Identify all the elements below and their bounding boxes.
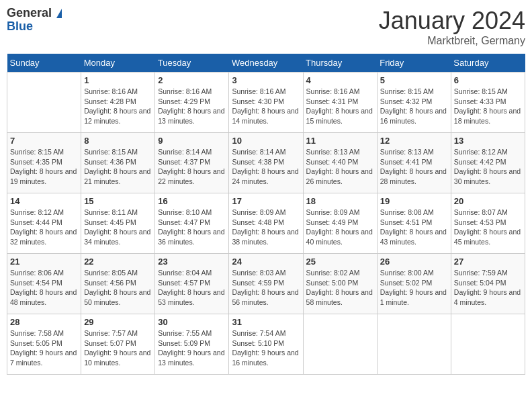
day-number: 15 (84, 196, 152, 206)
week-row-4: 21Sunrise: 8:06 AMSunset: 4:54 PMDayligh… (7, 254, 525, 314)
calendar-table: SundayMondayTuesdayWednesdayThursdayFrid… (7, 54, 525, 375)
calendar-cell: 26Sunrise: 8:00 AMSunset: 5:02 PMDayligh… (377, 254, 451, 314)
weekday-header-sunday: Sunday (7, 54, 81, 73)
logo-icon (56, 9, 62, 18)
calendar-cell (303, 314, 377, 375)
cell-info: Sunrise: 8:08 AMSunset: 4:51 PMDaylight:… (380, 208, 448, 247)
day-number: 13 (454, 136, 522, 146)
day-number: 25 (306, 257, 374, 267)
weekday-header-thursday: Thursday (303, 54, 377, 73)
calendar-cell: 20Sunrise: 8:07 AMSunset: 4:53 PMDayligh… (451, 193, 525, 254)
week-row-3: 14Sunrise: 8:12 AMSunset: 4:44 PMDayligh… (7, 193, 525, 254)
cell-info: Sunrise: 8:16 AMSunset: 4:28 PMDaylight:… (84, 87, 152, 126)
calendar-cell: 14Sunrise: 8:12 AMSunset: 4:44 PMDayligh… (7, 193, 81, 254)
week-row-2: 7Sunrise: 8:15 AMSunset: 4:35 PMDaylight… (7, 133, 525, 193)
week-row-1: 1Sunrise: 8:16 AMSunset: 4:28 PMDaylight… (7, 73, 525, 133)
title-block: January 2024 Marktbreit, Germany (379, 7, 525, 47)
calendar-cell: 4Sunrise: 8:16 AMSunset: 4:31 PMDaylight… (303, 73, 377, 133)
logo-blue-text: Blue (7, 20, 62, 34)
calendar-cell: 29Sunrise: 7:57 AMSunset: 5:07 PMDayligh… (81, 314, 155, 375)
calendar-cell: 7Sunrise: 8:15 AMSunset: 4:35 PMDaylight… (7, 133, 81, 193)
cell-info: Sunrise: 8:07 AMSunset: 4:53 PMDaylight:… (454, 208, 522, 247)
calendar-cell: 30Sunrise: 7:55 AMSunset: 5:09 PMDayligh… (155, 314, 229, 375)
day-number: 2 (158, 75, 226, 85)
cell-info: Sunrise: 8:10 AMSunset: 4:47 PMDaylight:… (158, 208, 226, 247)
calendar-cell (7, 73, 81, 133)
calendar-cell: 22Sunrise: 8:05 AMSunset: 4:56 PMDayligh… (81, 254, 155, 314)
logo-general-text: General (7, 6, 52, 19)
cell-info: Sunrise: 8:15 AMSunset: 4:35 PMDaylight:… (10, 147, 78, 187)
calendar-cell: 9Sunrise: 8:14 AMSunset: 4:37 PMDaylight… (155, 133, 229, 193)
cell-info: Sunrise: 8:16 AMSunset: 4:30 PMDaylight:… (232, 87, 300, 126)
day-number: 4 (306, 75, 374, 85)
day-number: 24 (232, 257, 300, 267)
calendar-cell: 10Sunrise: 8:14 AMSunset: 4:38 PMDayligh… (229, 133, 303, 193)
calendar-cell: 18Sunrise: 8:09 AMSunset: 4:49 PMDayligh… (303, 193, 377, 254)
calendar-cell (377, 314, 451, 375)
cell-info: Sunrise: 8:12 AMSunset: 4:44 PMDaylight:… (10, 208, 78, 247)
cell-info: Sunrise: 8:04 AMSunset: 4:57 PMDaylight:… (158, 268, 226, 308)
week-row-5: 28Sunrise: 7:58 AMSunset: 5:05 PMDayligh… (7, 314, 525, 375)
day-number: 1 (84, 75, 152, 85)
cell-info: Sunrise: 8:11 AMSunset: 4:45 PMDaylight:… (84, 208, 152, 247)
day-number: 21 (10, 257, 78, 267)
day-number: 22 (84, 257, 152, 267)
logo: General Blue (7, 7, 62, 34)
cell-info: Sunrise: 8:13 AMSunset: 4:40 PMDaylight:… (306, 147, 374, 187)
calendar-cell: 19Sunrise: 8:08 AMSunset: 4:51 PMDayligh… (377, 193, 451, 254)
day-number: 28 (10, 317, 78, 327)
calendar-cell: 31Sunrise: 7:54 AMSunset: 5:10 PMDayligh… (229, 314, 303, 375)
calendar-cell: 17Sunrise: 8:09 AMSunset: 4:48 PMDayligh… (229, 193, 303, 254)
cell-info: Sunrise: 8:13 AMSunset: 4:41 PMDaylight:… (380, 147, 448, 187)
cell-info: Sunrise: 8:00 AMSunset: 5:02 PMDaylight:… (380, 268, 448, 308)
calendar-cell: 8Sunrise: 8:15 AMSunset: 4:36 PMDaylight… (81, 133, 155, 193)
weekday-header-tuesday: Tuesday (155, 54, 229, 73)
day-number: 8 (84, 136, 152, 146)
day-number: 16 (158, 196, 226, 206)
day-number: 18 (306, 196, 374, 206)
cell-info: Sunrise: 8:05 AMSunset: 4:56 PMDaylight:… (84, 268, 152, 308)
calendar-cell (451, 314, 525, 375)
day-number: 9 (158, 136, 226, 146)
weekday-header-wednesday: Wednesday (229, 54, 303, 73)
calendar-cell: 5Sunrise: 8:15 AMSunset: 4:32 PMDaylight… (377, 73, 451, 133)
location: Marktbreit, Germany (379, 35, 525, 47)
cell-info: Sunrise: 7:57 AMSunset: 5:07 PMDaylight:… (84, 328, 152, 368)
calendar-cell: 24Sunrise: 8:03 AMSunset: 4:59 PMDayligh… (229, 254, 303, 314)
logo-top: General (7, 7, 62, 20)
calendar-cell: 21Sunrise: 8:06 AMSunset: 4:54 PMDayligh… (7, 254, 81, 314)
cell-info: Sunrise: 7:59 AMSunset: 5:04 PMDaylight:… (454, 268, 522, 308)
day-number: 30 (158, 317, 226, 327)
calendar-cell: 23Sunrise: 8:04 AMSunset: 4:57 PMDayligh… (155, 254, 229, 314)
day-number: 31 (232, 317, 300, 327)
cell-info: Sunrise: 8:09 AMSunset: 4:49 PMDaylight:… (306, 208, 374, 247)
calendar-cell: 13Sunrise: 8:12 AMSunset: 4:42 PMDayligh… (451, 133, 525, 193)
cell-info: Sunrise: 8:12 AMSunset: 4:42 PMDaylight:… (454, 147, 522, 187)
calendar-cell: 28Sunrise: 7:58 AMSunset: 5:05 PMDayligh… (7, 314, 81, 375)
day-number: 23 (158, 257, 226, 267)
month-title: January 2024 (379, 7, 525, 35)
cell-info: Sunrise: 8:16 AMSunset: 4:29 PMDaylight:… (158, 87, 226, 126)
day-number: 12 (380, 136, 448, 146)
cell-info: Sunrise: 7:58 AMSunset: 5:05 PMDaylight:… (10, 328, 78, 368)
cell-info: Sunrise: 8:15 AMSunset: 4:32 PMDaylight:… (380, 87, 448, 126)
cell-info: Sunrise: 7:54 AMSunset: 5:10 PMDaylight:… (232, 328, 300, 368)
cell-info: Sunrise: 8:09 AMSunset: 4:48 PMDaylight:… (232, 208, 300, 247)
cell-info: Sunrise: 8:15 AMSunset: 4:33 PMDaylight:… (454, 87, 522, 126)
cell-info: Sunrise: 8:15 AMSunset: 4:36 PMDaylight:… (84, 147, 152, 187)
weekday-header-friday: Friday (377, 54, 451, 73)
calendar-cell: 2Sunrise: 8:16 AMSunset: 4:29 PMDaylight… (155, 73, 229, 133)
cell-info: Sunrise: 8:14 AMSunset: 4:37 PMDaylight:… (158, 147, 226, 187)
day-number: 29 (84, 317, 152, 327)
day-number: 14 (10, 196, 78, 206)
cell-info: Sunrise: 7:55 AMSunset: 5:09 PMDaylight:… (158, 328, 226, 368)
day-number: 26 (380, 257, 448, 267)
day-number: 6 (454, 75, 522, 85)
day-number: 10 (232, 136, 300, 146)
calendar-cell: 12Sunrise: 8:13 AMSunset: 4:41 PMDayligh… (377, 133, 451, 193)
cell-info: Sunrise: 8:16 AMSunset: 4:31 PMDaylight:… (306, 87, 374, 126)
calendar-cell: 3Sunrise: 8:16 AMSunset: 4:30 PMDaylight… (229, 73, 303, 133)
day-number: 11 (306, 136, 374, 146)
calendar-cell: 25Sunrise: 8:02 AMSunset: 5:00 PMDayligh… (303, 254, 377, 314)
calendar-cell: 11Sunrise: 8:13 AMSunset: 4:40 PMDayligh… (303, 133, 377, 193)
